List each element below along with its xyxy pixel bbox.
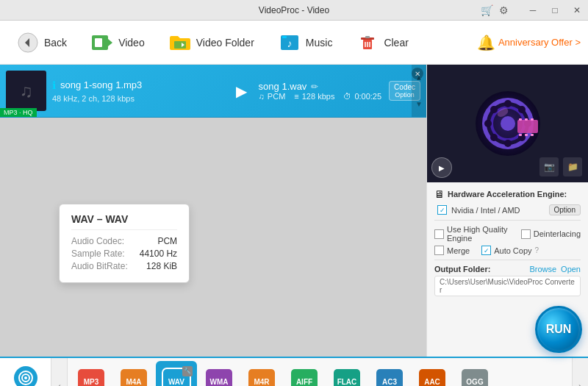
auto-copy-label: Auto Copy <box>494 246 531 255</box>
format-icon-mp3: MP3 <box>78 369 104 387</box>
maximize-button[interactable]: □ <box>544 0 566 21</box>
format-list: MP3 MP3 M4A AAC WAV 🔧 PCM WMA WMA M4R AA… <box>68 358 572 386</box>
preview-play-button[interactable]: ▶ <box>431 157 452 178</box>
format-icon-wma: WMA <box>206 369 232 387</box>
svg-text:♪: ♪ <box>287 37 292 49</box>
svg-rect-31 <box>525 118 528 121</box>
format-item-m4a[interactable]: M4A AAC <box>113 361 154 386</box>
clock-icon: ⏱ <box>343 92 351 101</box>
preview-controls: ▶ <box>431 157 452 178</box>
file-source-info: ℹ song 1-song 1.mp3 48 kHz, 2 ch, 128 kb… <box>52 79 224 103</box>
nvidia-checkbox[interactable]: ✓ <box>437 205 447 215</box>
anniversary-offer[interactable]: 🔔 Anniversary Offer > <box>477 34 581 51</box>
format-item-m4r[interactable]: M4R AAC <box>241 361 282 386</box>
scroll-indicator: ▲ ▼ <box>412 65 426 117</box>
format-item-wma[interactable]: WMA WMA <box>198 361 240 386</box>
deinterlace-checkbox[interactable] <box>521 229 531 239</box>
source-meta: 48 kHz, 2 ch, 128 kbps <box>52 94 224 103</box>
offer-label: Anniversary Offer > <box>498 37 581 48</box>
edit-icon[interactable]: ✏ <box>311 82 318 92</box>
svg-marker-3 <box>108 39 112 46</box>
divider-1 <box>434 220 581 221</box>
mp3-quality-badge: MP3 · HQ <box>0 108 37 117</box>
video-label: Video <box>118 37 145 49</box>
music-button[interactable]: ♪ Music <box>269 26 342 59</box>
folder-buttons: Browse Open <box>529 265 581 274</box>
svg-point-19 <box>501 116 515 131</box>
svg-point-26 <box>518 106 526 113</box>
video-icon <box>90 31 114 54</box>
title-bar-title: VideoProc - Video <box>259 5 329 15</box>
screenshot-button[interactable]: 📷 <box>539 157 559 176</box>
tooltip-bitrate-label: Audio BitRate: <box>71 261 128 271</box>
help-icon[interactable]: ? <box>535 246 539 254</box>
title-bar-icons: 🛒 ⚙ <box>481 0 514 21</box>
auto-copy-item: ✓ Auto Copy ? <box>481 246 539 255</box>
hw-option-button[interactable]: Option <box>549 204 581 215</box>
format-item-wav[interactable]: WAV 🔧 PCM <box>156 361 197 386</box>
svg-point-21 <box>504 140 512 147</box>
svg-rect-30 <box>519 118 522 121</box>
format-icon-m4r: M4R <box>248 369 275 387</box>
info-icon: ℹ <box>52 79 56 91</box>
open-folder-button[interactable]: 📁 <box>563 157 582 176</box>
format-item-aac[interactable]: AAC AAC <box>412 361 453 386</box>
options-row-1: Use High Quality Engine Deinterlacing <box>434 225 581 243</box>
tooltip-samplerate-label: Sample Rate: <box>71 249 125 259</box>
output-folder-section: Output Folder: Browse Open C:\Users\User… <box>434 265 581 296</box>
output-filename: song 1.wav <box>259 81 307 92</box>
merge-checkbox[interactable] <box>434 246 444 255</box>
quality-item: Use High Quality Engine <box>434 225 509 243</box>
svg-point-20 <box>504 100 512 107</box>
output-folder-path: C:\Users\User\Music\VideoProc Converter <box>434 276 581 296</box>
auto-copy-checkbox[interactable]: ✓ <box>481 246 491 255</box>
processor-icon: 🖥 <box>434 188 445 200</box>
close-button[interactable]: ✕ <box>566 0 588 21</box>
video-folder-button[interactable]: Video Folder <box>159 26 263 59</box>
app-logo <box>475 90 541 157</box>
tooltip-row-codec: Audio Codec: PCM <box>71 236 177 246</box>
back-button[interactable]: Back <box>7 26 76 59</box>
output-duration-meta: ⏱ 0:00:25 <box>343 92 381 101</box>
svg-rect-35 <box>531 134 534 136</box>
clear-label: Clear <box>384 37 408 49</box>
open-button[interactable]: Open <box>561 265 581 274</box>
format-nav-left[interactable]: ‹ <box>51 358 68 386</box>
format-nav-right[interactable]: › <box>572 358 588 386</box>
nvidia-label: Nvidia / Intel / AMD <box>451 206 545 215</box>
format-icon-ogg: OGG <box>462 369 488 387</box>
toolbar: Back Video Video Folder ♪ <box>0 21 588 65</box>
format-item-aiff[interactable]: AIFF PCM <box>284 361 325 386</box>
svg-point-24 <box>490 106 498 113</box>
main-content: ♫ ℹ song 1-song 1.mp3 48 kHz, 2 ch, 128 … <box>0 65 588 357</box>
svg-rect-12 <box>365 36 370 38</box>
tooltip-title: WAV – WAV <box>71 213 177 230</box>
music-icon-small: ♫ <box>259 92 265 101</box>
video-button[interactable]: Video <box>82 26 154 59</box>
format-item-ogg[interactable]: OGG OGG <box>454 361 495 386</box>
target-format-label: Target Format <box>0 358 51 386</box>
selected-wrench-icon: 🔧 <box>182 366 193 376</box>
video-folder-label: Video Folder <box>196 37 254 49</box>
merge-item: Merge <box>434 246 470 255</box>
quality-checkbox[interactable] <box>434 229 444 239</box>
trash-icon <box>356 31 379 54</box>
format-item-mp3[interactable]: MP3 MP3 <box>71 361 112 386</box>
run-button[interactable]: RUN <box>535 306 582 353</box>
output-codec-meta: ♫ PCM <box>259 92 286 101</box>
left-panel: ♫ ℹ song 1-song 1.mp3 48 kHz, 2 ch, 128 … <box>0 65 426 357</box>
tooltip-row-bitrate: Audio BitRate: 128 KiB <box>71 261 177 271</box>
svg-rect-32 <box>531 118 534 121</box>
cart-icon[interactable]: 🛒 <box>481 4 493 16</box>
clear-button[interactable]: Clear <box>347 26 417 59</box>
tooltip-codec-value: PCM <box>157 236 177 246</box>
settings-icon[interactable]: ⚙ <box>499 4 509 16</box>
minimize-button[interactable]: ─ <box>522 0 544 21</box>
source-filename: song 1-song 1.mp3 <box>60 79 142 90</box>
format-item-ac3[interactable]: AC3 AC3 <box>369 361 410 386</box>
tooltip-bitrate-value: 128 KiB <box>146 261 177 271</box>
svg-point-27 <box>490 134 498 141</box>
tooltip-row-samplerate: Sample Rate: 44100 Hz <box>71 249 177 259</box>
format-item-flac[interactable]: FLAC FLAC <box>326 361 368 386</box>
browse-button[interactable]: Browse <box>529 265 556 274</box>
